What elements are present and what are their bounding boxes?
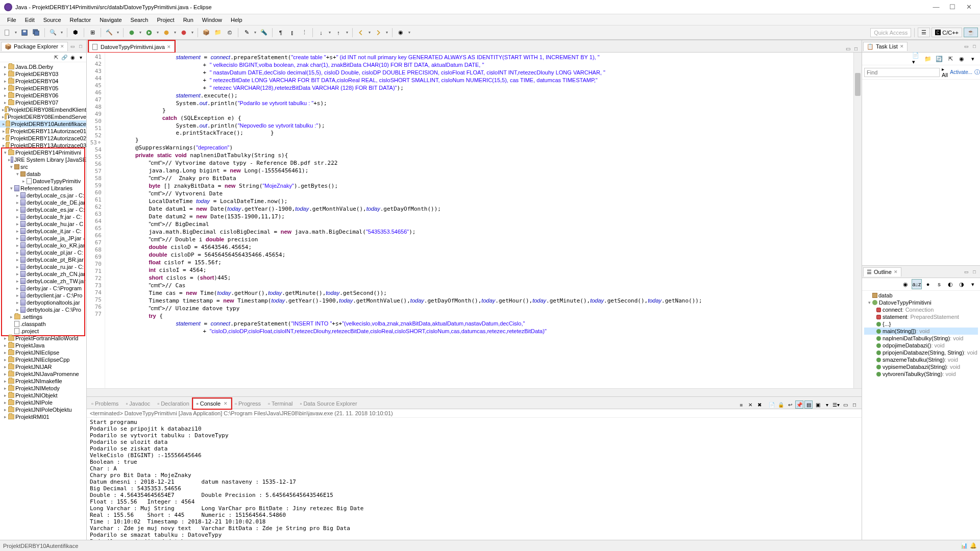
menu-run[interactable]: Run [179, 16, 198, 24]
tree-item[interactable]: ▸derbyLocale_ru.jar - C: [0, 263, 86, 270]
outline-member[interactable]: smazemeTabulku(String) : void [864, 356, 978, 363]
code-editor[interactable]: 41 42 43 44 45 46 47 48 49 50 51 52 53⚬ … [87, 53, 862, 388]
task-help-icon[interactable]: ⓘ [974, 68, 980, 76]
outline-focus-icon[interactable]: ◉ [900, 279, 911, 289]
console-display-icon[interactable]: ▤ [804, 400, 813, 409]
minimize-editor-icon[interactable]: ▭ [844, 45, 851, 52]
task-menu-icon[interactable]: ▾ [968, 54, 978, 64]
next-annotation-dropdown[interactable]: ▾ [328, 28, 332, 38]
tree-item[interactable]: ▾Referenced Libraries [0, 185, 86, 192]
toggle-mark-button[interactable]: ¶ [276, 28, 286, 38]
tree-item[interactable]: ▸ProjektDERBY03 [0, 70, 86, 78]
status-icon-2[interactable]: 🔔 [970, 542, 977, 549]
tree-item[interactable]: ▸derbyLocale_it.jar - C: [0, 228, 86, 235]
console-select-dropdown[interactable]: ☰▾ [832, 400, 840, 409]
new-dropdown[interactable]: ▾ [14, 28, 18, 38]
prev-annotation-dropdown[interactable]: ▾ [345, 28, 349, 38]
tree-item[interactable]: ▸derby.jar - C:\Program [0, 285, 86, 292]
back-button[interactable] [356, 28, 366, 38]
tree-item[interactable]: ▸derbyLocale_de_DE.jar [0, 199, 86, 206]
vertical-scrollbar[interactable] [853, 53, 862, 388]
close-task-icon[interactable]: ✕ [900, 44, 904, 49]
outline-member[interactable]: {...} [864, 320, 978, 328]
maximize-task-icon[interactable]: □ [971, 43, 978, 50]
tree-item[interactable]: ▾src [0, 163, 86, 170]
outline-hide-static-icon[interactable]: s [934, 279, 944, 289]
tree-item[interactable]: ▸JRE System Library [JavaSE [0, 156, 86, 163]
tree-item[interactable]: ▸derbyLocale_es.jar - C: [0, 206, 86, 213]
task-list-body[interactable] [862, 80, 980, 265]
tree-item[interactable]: ▸ProjektRMI01 [0, 413, 86, 420]
task-list-tab[interactable]: 📋 Task List ✕ [863, 42, 908, 51]
outline-member[interactable]: odpojimeDatabazi() : void [864, 342, 978, 349]
status-icon-1[interactable]: 📊 [961, 542, 968, 549]
bottom-tab-declaration[interactable]: ▫Declaration [154, 398, 193, 409]
package-tree[interactable]: ▸Java.DB.Derby▸ProjektDERBY03▸ProjektDER… [0, 62, 86, 540]
tree-item[interactable]: ▸ProjektFortranHalloWorld [0, 335, 86, 342]
tree-item[interactable]: ▸ProjektDERBY08EmbendServe [0, 113, 86, 120]
code-content[interactable]: statement = connect.prepareStatement("cr… [105, 53, 862, 388]
tree-item[interactable]: ▸ProjektJava [0, 342, 86, 349]
tree-item[interactable]: ▸ProjektJNIPole [0, 399, 86, 406]
new-button[interactable] [2, 28, 12, 38]
outline-class[interactable]: ▾DatoveTypyPrimitivni [864, 299, 978, 306]
build-dropdown[interactable]: ▾ [116, 28, 120, 38]
outline-tab[interactable]: ☰ Outline ✕ [863, 267, 901, 277]
console-remove-icon[interactable]: ✕ [746, 400, 754, 409]
console-output[interactable]: Start programu Podarilo se pripojit k da… [87, 418, 862, 540]
bottom-tab-progress[interactable]: ▫Progress [231, 398, 264, 409]
tree-item[interactable]: ▸ProjektJNIObjekt [0, 392, 86, 399]
task-sync-icon[interactable]: 🔄 [934, 54, 944, 64]
tree-item[interactable]: ▸derbyLocale_cs.jar - C: [0, 192, 86, 199]
menu-search[interactable]: Search [127, 16, 153, 24]
editor-tab-active[interactable]: DatoveTypyPrimitivni.java ✕ [89, 41, 175, 52]
outline-member[interactable]: vytvoreniTabulky(String) : void [864, 370, 978, 378]
search-button[interactable]: 🔦 [259, 28, 269, 38]
task-new-icon[interactable]: 📄▾ [912, 54, 922, 64]
tree-item[interactable]: ▸ProjektJNIPoleObjektu [0, 406, 86, 413]
tree-item[interactable]: ▸derbytools.jar - C:\Pro [0, 306, 86, 313]
outline-member[interactable]: pripojeniDatabaze(String, String) : void [864, 349, 978, 356]
tree-item[interactable]: ▸ProjektJNIJavaPromenne [0, 370, 86, 378]
close-tab-icon[interactable]: ✕ [60, 44, 64, 49]
console-scrolllock-icon[interactable]: 🔒 [777, 400, 785, 409]
task-categorize-icon[interactable]: 📁 [923, 54, 933, 64]
outline-sort-icon[interactable]: a↓z [912, 279, 922, 289]
open-type-dropdown[interactable]: ▾ [60, 28, 64, 38]
menu-edit[interactable]: Edit [21, 16, 39, 24]
tree-item[interactable]: ▾ProjektDERBY14Primitivni [0, 149, 86, 156]
tree-item[interactable]: ▸ProjektJNIEclipse [0, 349, 86, 356]
console-remove-all-icon[interactable]: ✖ [755, 400, 764, 409]
outline-member[interactable]: main(String[]) : void [864, 328, 978, 335]
outline-member[interactable]: connect : Connection [864, 306, 978, 313]
perspective-java[interactable]: ☕ [964, 28, 978, 37]
save-button[interactable] [19, 28, 30, 38]
link-editor-icon[interactable]: 🔗 [61, 54, 68, 61]
maximize-button[interactable]: ☐ [945, 2, 960, 12]
tree-item[interactable]: .classpath [0, 320, 86, 328]
tree-item[interactable]: ▸DatoveTypyPrimitiv [0, 178, 86, 185]
tree-item[interactable]: .project [0, 328, 86, 335]
console-open-icon[interactable]: ▣ [814, 400, 822, 409]
menu-help[interactable]: Help [227, 16, 247, 24]
pin-dropdown[interactable]: ▾ [407, 28, 411, 38]
tree-item[interactable]: ▸ProjektDERBY10Autentifikace [0, 120, 86, 128]
minimize-outline-icon[interactable]: ▭ [963, 268, 970, 276]
quick-access-input[interactable]: Quick Access [870, 28, 911, 37]
task-focus-icon[interactable]: ◉ [957, 54, 967, 64]
tree-item[interactable]: ▸.settings [0, 313, 86, 320]
open-task-button[interactable]: ✎ [241, 28, 252, 38]
ext-tools-button[interactable] [179, 28, 189, 38]
tree-item[interactable]: ▸ProjektJNIJAR [0, 363, 86, 370]
console-stop-icon[interactable]: ■ [737, 400, 745, 409]
tree-item[interactable]: ▸ProjektDERBY08EmbendKlient [0, 106, 86, 113]
maximize-bottom-icon[interactable]: □ [850, 400, 859, 409]
console-wordwrap-icon[interactable]: ↩ [786, 400, 794, 409]
run-button[interactable] [144, 28, 154, 38]
next-annotation-button[interactable]: ↓ [316, 28, 326, 38]
new-connection-button[interactable]: ⊞ [87, 28, 97, 38]
collapse-all-icon[interactable]: ⇱ [53, 54, 60, 61]
tree-item[interactable]: ▸derbyclient.jar - C:\Pro [0, 292, 86, 299]
task-all-label[interactable]: ▸ All [942, 66, 948, 78]
tree-item[interactable]: ▸ProjektDERBY06 [0, 92, 86, 99]
